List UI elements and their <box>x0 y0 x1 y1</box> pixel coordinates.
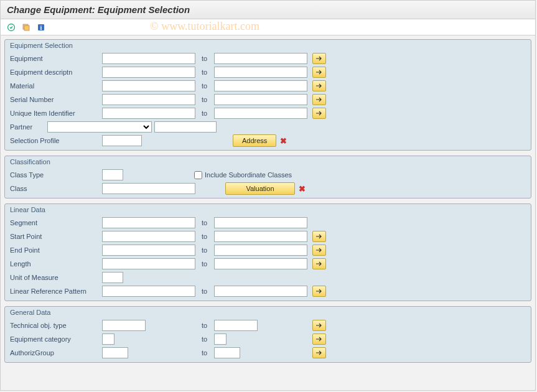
label-equipment: Equipment <box>10 55 102 62</box>
group-title-classification: Classification <box>5 156 531 168</box>
include-subordinate-label: Include Subordinate Classes <box>205 171 292 179</box>
technical-obj-type-to-input[interactable] <box>214 320 258 331</box>
to-label: to <box>195 55 214 62</box>
segment-to-input[interactable] <box>214 217 307 228</box>
selection-profile-input[interactable] <box>102 135 142 146</box>
row-equipment-descriptn: Equipment descriptn to <box>5 65 531 79</box>
equipment-descriptn-to-input[interactable] <box>214 67 307 78</box>
label-class-type: Class Type <box>10 171 102 179</box>
group-equipment-selection: Equipment Selection Equipment to Equipme… <box>4 39 531 151</box>
partner-select[interactable] <box>47 121 152 133</box>
start-point-from-input[interactable] <box>102 231 195 242</box>
multi-select-button[interactable] <box>312 347 326 358</box>
multi-select-button[interactable] <box>312 334 326 345</box>
page-title: Change Equipment: Equipment Selection <box>1 1 535 19</box>
equipment-to-input[interactable] <box>214 53 307 64</box>
to-label: to <box>195 233 214 240</box>
label-segment: Segment <box>10 219 102 226</box>
material-to-input[interactable] <box>214 80 307 91</box>
row-linear-ref-pattern: Linear Reference Pattern to <box>5 284 531 298</box>
variants-icon[interactable] <box>21 22 32 33</box>
length-to-input[interactable] <box>214 258 307 269</box>
multi-select-button[interactable] <box>312 94 326 105</box>
row-segment: Segment to <box>5 216 531 230</box>
label-technical-obj-type: Technical obj. type <box>10 322 102 329</box>
include-subordinate-checkbox[interactable] <box>194 171 202 179</box>
delete-valuation-icon[interactable]: ✖ <box>299 184 306 194</box>
multi-select-button[interactable] <box>312 286 326 297</box>
row-material: Material to <box>5 79 531 93</box>
delete-address-icon[interactable]: ✖ <box>280 136 287 146</box>
group-general-data: General Data Technical obj. type to Equi… <box>4 306 531 363</box>
linear-ref-pattern-to-input[interactable] <box>214 286 307 297</box>
info-icon[interactable]: i <box>35 22 47 33</box>
label-unit-of-measure: Unit of Measure <box>10 274 102 281</box>
equipment-category-to-input[interactable] <box>214 334 226 345</box>
to-label: to <box>195 335 214 343</box>
content-area: Equipment Selection Equipment to Equipme… <box>1 35 535 390</box>
end-point-from-input[interactable] <box>102 245 195 256</box>
multi-select-button[interactable] <box>312 53 326 64</box>
end-point-to-input[interactable] <box>214 245 307 256</box>
to-label: to <box>195 96 214 103</box>
label-partner: Partner <box>10 123 47 131</box>
multi-select-button[interactable] <box>312 80 326 91</box>
serial-number-to-input[interactable] <box>214 94 307 105</box>
label-end-point: End Point <box>10 246 102 254</box>
multi-select-button[interactable] <box>312 258 326 269</box>
group-title-general-data: General Data <box>5 307 531 319</box>
to-label: to <box>195 82 214 90</box>
unique-item-identifier-to-input[interactable] <box>214 108 307 119</box>
row-unit-of-measure: Unit of Measure <box>5 271 531 284</box>
class-input[interactable] <box>102 183 195 194</box>
multi-select-button[interactable] <box>312 231 326 242</box>
row-technical-obj-type: Technical obj. type to <box>5 319 531 332</box>
address-button[interactable]: Address <box>233 134 276 147</box>
group-linear-data: Linear Data Segment to Start Point to En… <box>4 203 531 301</box>
multi-select-button[interactable] <box>312 320 326 331</box>
class-type-input[interactable] <box>102 169 123 180</box>
authoriz-group-to-input[interactable] <box>214 347 240 358</box>
partner-value-input[interactable] <box>154 121 217 133</box>
segment-from-input[interactable] <box>102 217 195 228</box>
label-serial-number: Serial Number <box>10 96 102 103</box>
include-subordinate-checkbox-wrap[interactable]: Include Subordinate Classes <box>194 171 292 179</box>
label-start-point: Start Point <box>10 233 102 240</box>
to-label: to <box>195 287 214 295</box>
linear-ref-pattern-from-input[interactable] <box>102 286 195 297</box>
multi-select-button[interactable] <box>312 108 326 119</box>
equipment-descriptn-from-input[interactable] <box>102 67 195 78</box>
row-partner: Partner <box>5 120 531 134</box>
equipment-from-input[interactable] <box>102 53 195 64</box>
to-label: to <box>195 322 214 329</box>
svg-rect-2 <box>24 26 29 30</box>
row-class: Class Valuation ✖ <box>5 182 531 195</box>
multi-select-button[interactable] <box>312 67 326 78</box>
to-label: to <box>195 219 214 226</box>
equipment-category-from-input[interactable] <box>102 334 114 345</box>
row-equipment: Equipment to <box>5 52 531 65</box>
row-length: Length to <box>5 257 531 271</box>
row-authoriz-group: AuthorizGroup to <box>5 346 531 360</box>
valuation-button[interactable]: Valuation <box>225 182 295 195</box>
row-equipment-category: Equipment category to <box>5 332 531 346</box>
label-equipment-category: Equipment category <box>10 335 102 343</box>
technical-obj-type-from-input[interactable] <box>102 320 146 331</box>
authoriz-group-from-input[interactable] <box>102 347 128 358</box>
unit-of-measure-input[interactable] <box>102 272 123 283</box>
start-point-to-input[interactable] <box>214 231 307 242</box>
row-serial-number: Serial Number to <box>5 93 531 106</box>
label-length: Length <box>10 260 102 268</box>
length-from-input[interactable] <box>102 258 195 269</box>
watermark-text: © www.tutorialkart.com <box>150 20 259 33</box>
multi-select-button[interactable] <box>312 245 326 256</box>
to-label: to <box>195 349 214 357</box>
serial-number-from-input[interactable] <box>102 94 195 105</box>
label-material: Material <box>10 82 102 90</box>
execute-icon[interactable] <box>6 22 17 33</box>
material-from-input[interactable] <box>102 80 195 91</box>
unique-item-identifier-from-input[interactable] <box>102 108 195 119</box>
app-window: Change Equipment: Equipment Selection i … <box>0 0 536 391</box>
label-equipment-descriptn: Equipment descriptn <box>10 68 102 76</box>
group-title-equipment-selection: Equipment Selection <box>5 40 531 52</box>
